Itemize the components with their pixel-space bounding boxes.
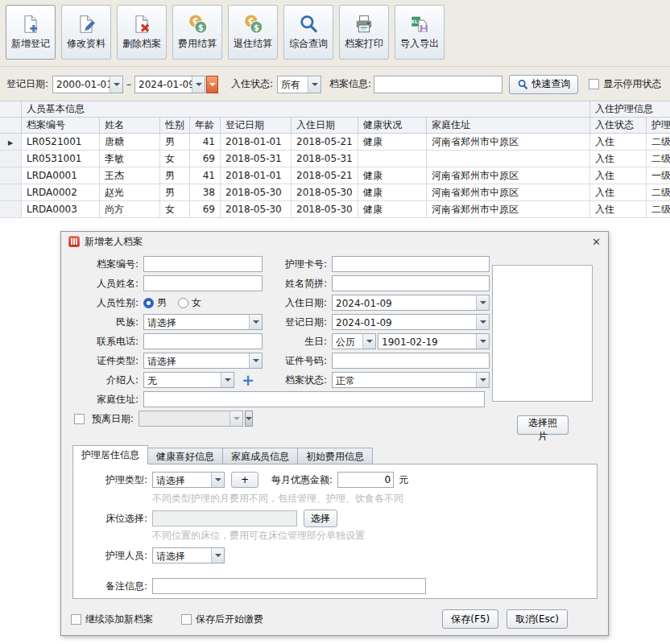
col-header[interactable]: 护理类型	[647, 118, 670, 134]
leave-date-dropdown-button[interactable]	[245, 411, 253, 427]
svg-text:$: $	[198, 23, 204, 32]
table-cell: LR0521001	[22, 134, 100, 151]
add-care-type-button[interactable]: +	[231, 472, 258, 488]
table-cell: 唐糖	[100, 134, 160, 151]
choose-photo-button[interactable]: 选择照片	[517, 415, 569, 435]
gender-female-radio[interactable]	[178, 298, 188, 308]
phone-label: 联系电话:	[69, 335, 139, 349]
leave-date-select	[139, 411, 243, 427]
care-type-select[interactable]: 请选择	[152, 472, 225, 488]
gender-male-radio[interactable]	[143, 298, 154, 308]
introducer-select[interactable]: 无	[143, 372, 234, 388]
tab-initial-fees[interactable]: 初始费用信息	[297, 448, 373, 464]
continue-add-checkbox[interactable]	[71, 614, 81, 625]
chevron-down-icon[interactable]	[476, 334, 489, 349]
close-icon[interactable]: ✕	[592, 236, 601, 248]
cancel-button[interactable]: 取消(Esc)	[507, 609, 568, 629]
table-cell: 2018-05-31	[221, 151, 292, 167]
table-cell: 二级护理	[647, 184, 670, 201]
chevron-down-icon[interactable]	[192, 76, 205, 93]
table-cell: 河南省郑州市中原区	[427, 134, 590, 151]
toolbar-button-edit-record[interactable]: 修改资料	[61, 5, 111, 60]
dialog-titlebar[interactable]: 新增老人档案 ✕	[61, 232, 608, 251]
toolbar-label: 综合查询	[289, 37, 328, 51]
table-cell: 二级护理	[647, 201, 670, 218]
date-preset-button[interactable]	[206, 76, 218, 93]
chevron-down-icon[interactable]	[221, 373, 234, 387]
chevron-down-icon[interactable]	[211, 548, 224, 563]
pinyin-input[interactable]	[332, 275, 490, 291]
col-header[interactable]: 档案编号	[22, 118, 100, 134]
date-from-select[interactable]: 2000-01-01	[52, 76, 123, 93]
col-header[interactable]: 性别	[160, 118, 190, 134]
checkin-date-select[interactable]: 2024-01-09	[332, 295, 490, 311]
info-search-input[interactable]	[374, 76, 502, 93]
toolbar-button-new-record[interactable]: 新增登记	[6, 5, 56, 60]
chevron-down-icon[interactable]	[308, 76, 321, 93]
chevron-down-icon[interactable]	[476, 315, 489, 329]
table-row[interactable]: LRDA0001 王杰 男 41 2018-01-01 2018-05-21 健…	[0, 167, 670, 184]
phone-input[interactable]	[143, 333, 263, 349]
record-status-select[interactable]: 正常	[332, 372, 490, 388]
date-to-select[interactable]: 2024-01-09	[134, 76, 205, 93]
toolbar-button-checkout-settle[interactable]: € $ 退住结算	[228, 5, 278, 60]
chevron-down-icon[interactable]	[476, 373, 489, 387]
main-toolbar: 新增登记 修改资料 删除档案 € $ 费用结算	[0, 0, 670, 67]
col-header[interactable]: 健康状况	[358, 118, 427, 134]
col-header[interactable]: 年龄	[190, 118, 221, 134]
nation-select[interactable]: 请选择	[143, 314, 263, 330]
chevron-down-icon[interactable]	[362, 334, 375, 349]
chevron-down-icon[interactable]	[249, 353, 262, 368]
col-header[interactable]: 姓名	[100, 118, 160, 134]
carer-select[interactable]: 请选择	[152, 547, 225, 564]
id-no-input[interactable]	[332, 353, 490, 369]
file-no-input[interactable]	[143, 256, 263, 272]
chevron-down-icon[interactable]	[110, 76, 122, 93]
pay-after-save-checkbox[interactable]	[181, 614, 192, 625]
save-button[interactable]: 保存(F5)	[442, 609, 498, 629]
name-input[interactable]	[143, 275, 263, 291]
care-type-hint: 不同类型护理的月费用不同，包括管理、护理、饮食各不同	[152, 492, 403, 506]
toolbar-button-print[interactable]: 档案打印	[339, 5, 389, 60]
col-header[interactable]: 登记日期	[221, 118, 292, 134]
discount-input[interactable]	[337, 472, 394, 488]
table-row[interactable]: ▶ LR0521001 唐糖 男 41 2018-01-01 2018-05-2…	[0, 134, 670, 151]
remark-input[interactable]	[152, 578, 426, 594]
edit-document-icon	[76, 14, 97, 35]
chevron-down-icon[interactable]	[211, 473, 224, 487]
table-row[interactable]: LRDA0003 尚方 女 69 2018-05-30 2018-05-30 健…	[0, 201, 670, 218]
table-row[interactable]: LR0531001 李敏 女 69 2018-05-31 2018-05-31 …	[0, 151, 670, 167]
col-header[interactable]: 入住状态	[590, 118, 647, 134]
table-cell: 女	[160, 201, 190, 218]
toolbar-button-import-export[interactable]: XLS 导入导出	[395, 5, 445, 60]
reg-date-select[interactable]: 2024-01-09	[332, 314, 490, 330]
tab-family-members[interactable]: 家庭成员信息	[222, 448, 298, 464]
status-select[interactable]: 所有	[277, 76, 321, 93]
bed-hint: 不同位置的床位，费用可在床位管理部分单独设置	[152, 529, 365, 543]
toolbar-button-fee-settle[interactable]: € $ 费用结算	[172, 5, 222, 60]
quick-query-button[interactable]: 快速查询	[509, 75, 578, 94]
calendar-type-select[interactable]: 公历	[332, 333, 376, 349]
chevron-down-icon[interactable]	[476, 295, 489, 310]
care-residence-panel: 护理类型: 请选择 + 每月优惠金额: 元 不同类型护理的月费用不同，包括管理、…	[72, 464, 598, 599]
choose-bed-button[interactable]: 选择	[304, 510, 337, 527]
birthday-date-select[interactable]: 1901-02-19	[378, 333, 490, 349]
tab-health-preference[interactable]: 健康喜好信息	[147, 448, 223, 464]
leave-date-checkbox[interactable]	[74, 414, 85, 424]
group-header-care-info: 入住护理信息	[590, 101, 670, 118]
pay-after-save-label: 保存后开始缴费	[196, 613, 263, 626]
chevron-down-icon[interactable]	[249, 315, 262, 329]
show-disabled-checkbox[interactable]	[589, 79, 599, 89]
toolbar-button-delete-record[interactable]: 删除档案	[117, 5, 167, 60]
care-card-input[interactable]	[332, 256, 490, 272]
tab-care-residence[interactable]: 护理居住信息	[72, 445, 148, 464]
col-header[interactable]: 入住日期	[292, 118, 358, 134]
table-row[interactable]: LRDA0002 赵光 男 38 2018-05-30 2018-05-30 健…	[0, 184, 670, 201]
col-header[interactable]: 家庭住址	[427, 118, 590, 134]
table-cell: 2018-05-21	[292, 167, 358, 184]
table-cell: 健康	[358, 134, 427, 151]
add-introducer-icon[interactable]: +	[242, 373, 254, 387]
toolbar-button-query[interactable]: 综合查询	[283, 5, 333, 60]
id-type-select[interactable]: 请选择	[143, 353, 263, 369]
address-input[interactable]	[143, 391, 485, 407]
